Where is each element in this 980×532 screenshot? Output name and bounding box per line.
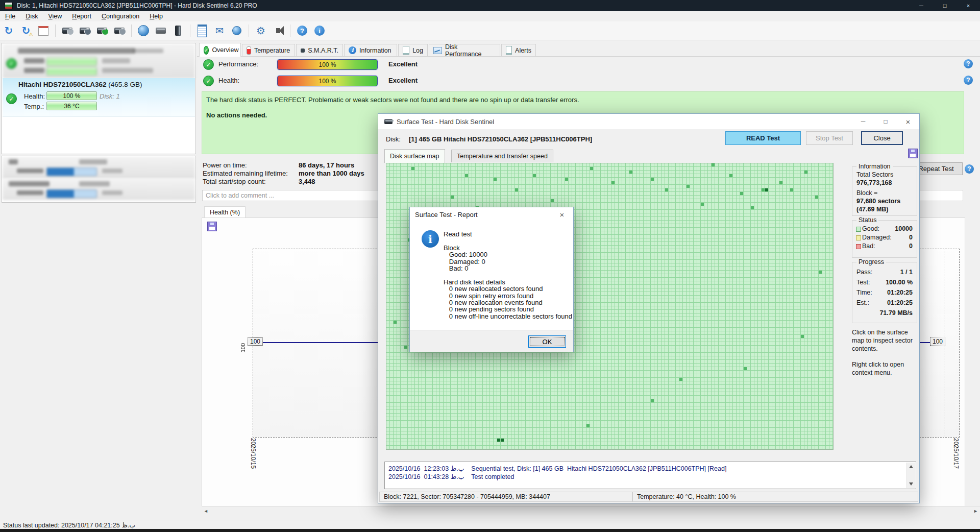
tab-temperature[interactable]: Temperature <box>242 44 295 56</box>
dialog-minimize-button[interactable]: ─ <box>852 114 874 129</box>
menu-configuration[interactable]: Configuration <box>96 12 144 21</box>
selected-disk-item[interactable]: Hitachi HDS721050CLA362 (465.8 GB) Healt… <box>3 78 195 116</box>
surface-map-cell[interactable] <box>819 271 822 274</box>
health-help-icon[interactable]: ? <box>964 76 973 85</box>
scroll-right-button[interactable]: ► <box>971 507 980 516</box>
tab-smart[interactable]: S.M.A.R.T. <box>296 44 343 56</box>
dialog-close-button[interactable]: × <box>897 114 919 129</box>
horizontal-scrollbar[interactable]: ◄ ► <box>202 506 980 516</box>
surface-map-cell[interactable] <box>501 439 504 442</box>
surface-map-cell[interactable] <box>744 367 747 370</box>
settings-gear-icon[interactable]: ⚙ <box>254 24 267 37</box>
redacted-partition-item[interactable] <box>3 179 195 200</box>
surface-map-cell[interactable] <box>590 167 593 170</box>
ok-button[interactable]: OK <box>528 335 566 348</box>
disk-clock-icon[interactable] <box>78 24 91 37</box>
scroll-down-icon[interactable] <box>909 482 913 486</box>
maximize-button[interactable]: □ <box>933 0 957 11</box>
disk-tools-icon[interactable] <box>61 24 74 37</box>
surface-map-cell[interactable] <box>551 199 554 202</box>
temp-bar: 36 °C <box>46 102 97 110</box>
surface-map-cell[interactable] <box>790 188 793 191</box>
surface-map-cell[interactable] <box>451 196 454 199</box>
refresh-warning-icon[interactable]: ↻⚠ <box>19 24 33 37</box>
log-scrollbar[interactable] <box>906 463 915 488</box>
close-test-button[interactable]: Close <box>861 131 903 145</box>
tab-information[interactable]: i Information <box>344 44 397 56</box>
network-disk-icon[interactable] <box>137 24 150 37</box>
surface-map-cell[interactable] <box>729 174 732 177</box>
stop-test-button[interactable]: Stop Test <box>806 131 853 145</box>
menu-report[interactable]: Report <box>67 12 96 21</box>
x-axis-tick-left: 2025/10/15 <box>250 438 257 469</box>
surface-map-cell[interactable] <box>465 174 468 177</box>
dialog-maximize-button[interactable]: □ <box>874 114 897 129</box>
save-test-icon[interactable] <box>908 149 918 158</box>
repeat-test-help-icon[interactable]: ? <box>965 164 974 174</box>
redacted-partition-item[interactable] <box>3 157 195 179</box>
surface-map-cell[interactable] <box>804 171 807 174</box>
surface-map-cell[interactable] <box>765 188 768 191</box>
performance-help-icon[interactable]: ? <box>964 59 973 68</box>
surface-map-cell[interactable] <box>751 206 754 209</box>
surface-map-cell[interactable] <box>679 378 682 381</box>
tab-divider <box>197 56 980 57</box>
surface-map-cell[interactable] <box>404 346 407 349</box>
minimize-button[interactable]: ─ <box>910 0 933 11</box>
surface-map-cell[interactable] <box>611 181 615 184</box>
tab-disk-performance[interactable]: Disk Performance <box>429 44 500 56</box>
disk-check-icon[interactable] <box>95 24 109 37</box>
surface-map-cell[interactable] <box>687 185 690 188</box>
save-chart-icon[interactable] <box>207 222 217 231</box>
health-chart-tab[interactable]: Health (%) <box>204 206 246 218</box>
menu-help[interactable]: Help <box>144 12 168 21</box>
notes-icon[interactable] <box>195 24 209 37</box>
surface-map-cell[interactable] <box>494 178 497 181</box>
report-close-button[interactable]: × <box>551 207 573 222</box>
surface-map-cell[interactable] <box>762 188 765 191</box>
tab-overview[interactable]: Overview <box>199 43 241 57</box>
surface-map-cell[interactable] <box>515 188 518 191</box>
menu-file[interactable]: File <box>0 12 20 21</box>
surface-map-cell[interactable] <box>740 192 743 195</box>
context-menu-hint-text: Right click to open context menu. <box>852 360 918 377</box>
surface-map-cell[interactable] <box>801 335 804 338</box>
surface-map-cell[interactable] <box>701 203 704 206</box>
surface-map-cell[interactable] <box>586 424 590 427</box>
help-icon[interactable]: ? <box>296 24 309 37</box>
scroll-left-button[interactable]: ◄ <box>202 507 210 516</box>
log-line: 2025/10/16 12:23:03 ب.ظ Sequential test,… <box>388 465 726 472</box>
refresh-icon[interactable]: ↻ <box>2 24 15 37</box>
redacted-disk-item[interactable] <box>3 44 195 78</box>
tab-log[interactable]: Log <box>398 44 428 56</box>
surface-map-cell[interactable] <box>815 196 818 199</box>
surface-map-cell[interactable] <box>651 178 654 181</box>
info-icon[interactable]: i <box>313 24 326 37</box>
surface-map-cell[interactable] <box>779 181 782 184</box>
surface-map-cell[interactable] <box>411 167 414 170</box>
tab-alerts[interactable]: Alerts <box>501 44 536 56</box>
tab-temperature-speed[interactable]: Temperature and transfer speed <box>451 150 553 162</box>
surface-map-cell[interactable] <box>651 399 654 402</box>
menu-view[interactable]: View <box>43 12 67 21</box>
mail-icon[interactable]: ✉ <box>213 24 226 37</box>
surface-map-cell[interactable] <box>394 321 397 324</box>
report-window-icon[interactable] <box>37 24 50 37</box>
surface-map-cell[interactable] <box>565 178 568 181</box>
menu-disk[interactable]: Disk <box>20 12 43 21</box>
surface-map-cell[interactable] <box>497 439 500 442</box>
sound-icon[interactable] <box>272 24 285 37</box>
surface-map-cell[interactable] <box>712 163 715 166</box>
disk-usb-icon[interactable] <box>172 24 185 37</box>
disk-search-icon[interactable] <box>113 24 126 37</box>
close-button[interactable]: × <box>957 0 980 11</box>
surface-map-cell[interactable] <box>629 171 632 174</box>
surface-map-cell[interactable] <box>665 188 668 191</box>
tab-disk-surface-map[interactable]: Disk surface map <box>384 149 445 163</box>
disk-shape <box>80 28 90 34</box>
scroll-up-icon[interactable] <box>909 465 913 468</box>
network-shield-icon[interactable] <box>230 24 243 37</box>
disk-eject-icon[interactable] <box>154 24 167 37</box>
surface-map-cell[interactable] <box>533 174 536 177</box>
read-test-button[interactable]: READ Test <box>725 131 801 145</box>
